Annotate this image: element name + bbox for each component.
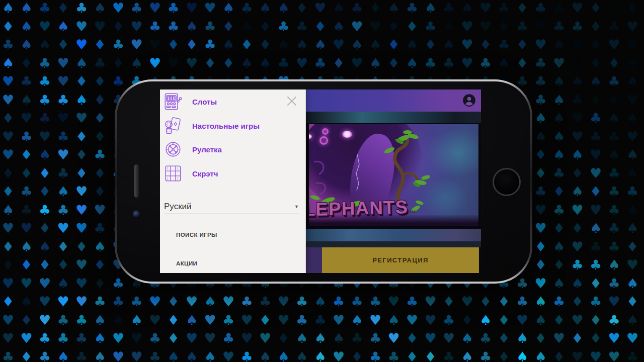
- roulette-icon: [164, 140, 183, 159]
- earpiece-speaker: [134, 164, 139, 198]
- menu-panel: 777 Слоты: [160, 89, 306, 273]
- close-icon[interactable]: [286, 95, 298, 107]
- language-value: Руский: [164, 202, 192, 212]
- menu-item-game-search[interactable]: ПОИСК ИГРЫ: [176, 232, 217, 238]
- page-band-top: [306, 112, 481, 123]
- scratch-card-icon: ⁒⁒ ⁒⁒: [164, 164, 183, 183]
- menu-item-scratch[interactable]: ⁒⁒ ⁒⁒ Скрэтч: [164, 162, 218, 185]
- menu-item-slots[interactable]: 777 Слоты: [164, 90, 217, 113]
- chevron-down-icon: ▼: [294, 204, 299, 209]
- menu-item-table-games[interactable]: Настольные игры: [164, 115, 260, 137]
- desktop-background: ♠♠♣♦♣♠♥♣♥♣♥♥♠♣♠♠♦♥♠♣♦♠♣♠♣♠♥♣♦♣♣♥♦♠♦♦♠♥♠♥…: [0, 0, 644, 362]
- app-header: [306, 89, 481, 112]
- profile-icon[interactable]: [462, 94, 476, 107]
- svg-text:7: 7: [168, 97, 170, 100]
- svg-text:⁒: ⁒: [177, 177, 179, 180]
- front-camera: [132, 210, 140, 218]
- casino-page: ELEPHANTSTM РЕГИСТРАЦИЯ: [306, 89, 481, 273]
- login-button-partial[interactable]: [306, 247, 322, 273]
- slot-machine-icon: 777: [164, 92, 183, 111]
- banner-trademark: TM: [409, 210, 415, 214]
- menu-item-label: Скрэтч: [192, 169, 218, 178]
- banner-floor-reflection: [309, 215, 478, 226]
- menu-item-label: Настольные игры: [192, 122, 260, 130]
- home-button[interactable]: [493, 168, 521, 196]
- menu-item-label: Рулетка: [192, 145, 222, 154]
- phone-screen: ELEPHANTSTM РЕГИСТРАЦИЯ: [160, 89, 481, 273]
- svg-text:⁒: ⁒: [167, 177, 169, 180]
- page-band-dark: [306, 241, 481, 247]
- language-select[interactable]: Руский ▼: [164, 200, 299, 214]
- menu-item-promotions[interactable]: АКЦИИ: [176, 260, 197, 266]
- menu-item-label: Слоты: [192, 98, 217, 106]
- menu-item-roulette[interactable]: Рулетка: [164, 138, 222, 160]
- svg-text:⁒: ⁒: [167, 167, 169, 170]
- svg-text:7: 7: [171, 97, 173, 100]
- game-banner[interactable]: ELEPHANTSTM: [308, 123, 479, 227]
- svg-text:⁒: ⁒: [177, 167, 179, 170]
- svg-text:7: 7: [173, 97, 175, 100]
- phone-frame: ELEPHANTSTM РЕГИСТРАЦИЯ: [115, 79, 532, 284]
- registration-button[interactable]: РЕГИСТРАЦИЯ: [322, 247, 479, 273]
- table-games-icon: [164, 116, 183, 135]
- page-band-middle: [306, 229, 481, 241]
